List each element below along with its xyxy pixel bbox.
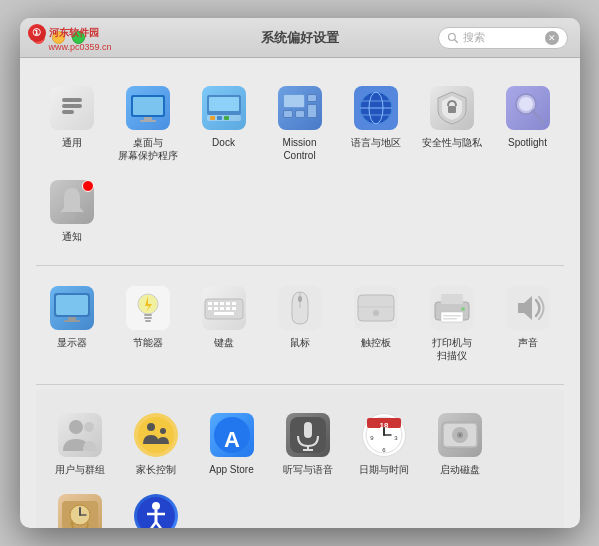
svg-rect-52 <box>226 307 230 310</box>
timemachine-icon-box <box>56 492 104 528</box>
divider-1 <box>36 265 564 266</box>
search-box[interactable]: 搜索 ✕ <box>438 27 568 49</box>
pref-notifications[interactable]: 通知 <box>36 172 108 249</box>
system-preferences-window: ① 河东软件园 www.pc0359.cn 系统偏好设置 搜索 ✕ <box>20 18 580 528</box>
svg-rect-50 <box>214 307 218 310</box>
display-icon <box>53 292 91 324</box>
users-icon-box <box>56 411 104 459</box>
display-icon-box <box>48 284 96 332</box>
pref-energy[interactable]: 节能器 <box>112 278 184 368</box>
svg-rect-36 <box>56 295 88 315</box>
pref-timemachine[interactable]: Time Machine <box>44 486 116 528</box>
svg-line-33 <box>533 111 543 123</box>
pref-display[interactable]: 显示器 <box>36 278 108 368</box>
pref-startdisk[interactable]: 启动磁盘 <box>424 405 496 482</box>
language-label: 语言与地区 <box>351 136 401 149</box>
svg-rect-46 <box>220 302 224 305</box>
svg-rect-42 <box>145 320 151 322</box>
datetime-icon-box: 12 3 6 9 18 <box>360 411 408 459</box>
svg-rect-12 <box>210 116 215 120</box>
svg-rect-53 <box>232 307 236 310</box>
display-label: 显示器 <box>57 336 87 349</box>
language-icon <box>357 89 395 127</box>
svg-rect-49 <box>208 307 212 310</box>
watermark-brand: 河东软件园 <box>49 26 99 40</box>
pref-language[interactable]: 语言与地区 <box>340 78 412 168</box>
search-placeholder: 搜索 <box>463 30 545 45</box>
svg-point-66 <box>69 420 83 434</box>
svg-rect-44 <box>208 302 212 305</box>
svg-rect-64 <box>443 318 457 320</box>
svg-rect-22 <box>296 111 304 117</box>
spotlight-icon-box <box>504 84 552 132</box>
search-clear-button[interactable]: ✕ <box>545 31 559 45</box>
pref-trackpad[interactable]: 触控板 <box>340 278 412 368</box>
mission-label: Mission Control <box>283 136 317 162</box>
pref-appstore[interactable]: A App Store <box>196 405 268 482</box>
pref-parental[interactable]: 家长控制 <box>120 405 192 482</box>
pref-security[interactable]: 安全性与隐私 <box>416 78 488 168</box>
mission-icon-box <box>276 84 324 132</box>
svg-rect-61 <box>441 294 463 304</box>
pref-keyboard[interactable]: 键盘 <box>188 278 260 368</box>
svg-rect-2 <box>62 98 82 102</box>
datetime-label: 日期与时间 <box>359 463 409 476</box>
mouse-label: 鼠标 <box>290 336 310 349</box>
watermark-url: www.pc0359.cn <box>49 42 112 52</box>
sound-icon <box>510 290 546 326</box>
svg-rect-13 <box>217 116 222 120</box>
pref-dock[interactable]: Dock <box>188 78 260 168</box>
svg-rect-41 <box>144 317 152 319</box>
dictation-icon <box>289 416 327 454</box>
pref-dictation[interactable]: 听写与语音 <box>272 405 344 482</box>
svg-rect-8 <box>140 120 156 122</box>
pref-accessibility[interactable]: 辅助功能 <box>120 486 192 528</box>
svg-point-67 <box>84 422 94 432</box>
pref-mission[interactable]: Mission Control <box>264 78 336 168</box>
svg-rect-40 <box>144 314 152 316</box>
svg-rect-37 <box>68 317 76 320</box>
trackpad-icon <box>356 293 396 323</box>
users-icon <box>61 417 99 453</box>
pref-mouse[interactable]: 鼠标 <box>264 278 336 368</box>
svg-rect-62 <box>441 312 463 322</box>
pref-spotlight[interactable]: Spotlight <box>492 78 564 168</box>
mouse-icon <box>288 290 312 326</box>
pref-desktop[interactable]: 桌面与 屏幕保护程序 <box>112 78 184 168</box>
svg-line-1 <box>454 39 457 42</box>
notifications-icon-box <box>48 178 96 226</box>
desktop-label: 桌面与 屏幕保护程序 <box>118 136 178 162</box>
svg-rect-48 <box>232 302 236 305</box>
svg-point-65 <box>461 307 465 311</box>
notifications-label: 通知 <box>62 230 82 243</box>
general-icon <box>58 94 86 122</box>
section-system: 用户与群组 <box>36 389 564 528</box>
svg-point-68 <box>138 417 174 453</box>
svg-rect-57 <box>358 295 394 321</box>
dictation-label: 听写与语音 <box>283 463 333 476</box>
parental-label: 家长控制 <box>136 463 176 476</box>
pref-general[interactable]: 通用 <box>36 78 108 168</box>
startdisk-label: 启动磁盘 <box>440 463 480 476</box>
svg-rect-14 <box>224 116 229 120</box>
svg-point-90 <box>459 434 461 436</box>
svg-rect-74 <box>304 422 312 438</box>
keyboard-icon <box>204 294 244 322</box>
keyboard-label: 键盘 <box>214 336 234 349</box>
pref-printer[interactable]: 打印机与 扫描仪 <box>416 278 488 368</box>
mouse-icon-box <box>276 284 324 332</box>
svg-rect-4 <box>62 110 74 114</box>
startdisk-icon-box <box>436 411 484 459</box>
pref-users[interactable]: 用户与群组 <box>44 405 116 482</box>
dictation-icon-box <box>284 411 332 459</box>
pref-sound[interactable]: 声音 <box>492 278 564 368</box>
timemachine-icon <box>60 497 100 528</box>
personal-grid: 通用 桌面与 屏幕保护程序 <box>36 70 564 257</box>
dock-label: Dock <box>212 136 235 149</box>
svg-rect-63 <box>443 315 461 317</box>
accessibility-icon <box>136 496 176 528</box>
pref-datetime[interactable]: 12 3 6 9 18 <box>348 405 420 482</box>
desktop-icon <box>130 93 166 123</box>
section-hardware: 显示器 <box>36 270 564 376</box>
svg-rect-51 <box>220 307 224 310</box>
